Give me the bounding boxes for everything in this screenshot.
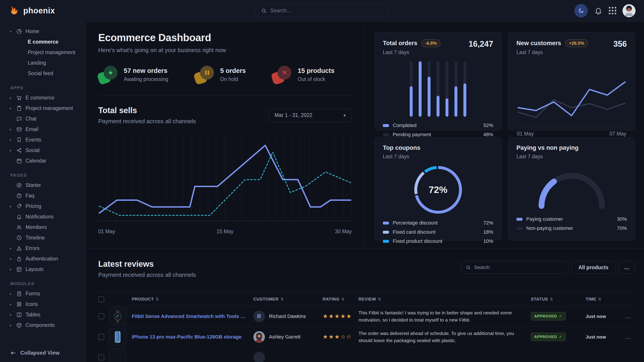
sidebar-item-label: Members xyxy=(26,224,47,230)
brand-logo[interactable]: phoenix xyxy=(8,5,55,16)
sidebar-item-landing[interactable]: Landing xyxy=(0,58,85,68)
sidebar-item-icons[interactable]: ▸Icons xyxy=(0,299,85,310)
review-row: iPhone 13 pro max-Pacific Blue-128GB sto… xyxy=(98,327,635,347)
col-product[interactable]: PRODUCT⇅ xyxy=(109,297,253,302)
col-review[interactable]: REVIEW⇅ xyxy=(358,297,531,302)
new-customers-line-chart xyxy=(516,55,627,127)
sidebar-item-events[interactable]: ▸Events xyxy=(0,135,85,145)
sidebar-item-forms[interactable]: ▸Forms xyxy=(0,289,85,299)
sidebar-item-pricing[interactable]: ▸Pricing xyxy=(0,201,85,212)
clipboard-icon xyxy=(16,105,26,111)
mail-icon xyxy=(16,126,26,132)
global-search-input[interactable] xyxy=(270,7,383,14)
sidebar-item-e-commerce[interactable]: E commerce xyxy=(0,37,85,47)
all-products-button[interactable]: All products xyxy=(572,261,615,274)
sidebar-item-layouts[interactable]: ▸Layouts xyxy=(0,264,85,275)
phoenix-flame-icon xyxy=(8,5,20,16)
col-rating[interactable]: RATING⇅ xyxy=(323,297,358,302)
product-link[interactable]: iPhone 13 pro max-Pacific Blue-128GB sto… xyxy=(132,334,248,340)
reviews-search[interactable] xyxy=(461,261,568,274)
select-all-checkbox[interactable] xyxy=(98,296,104,302)
caret-icon: ▸ xyxy=(10,313,16,317)
check-icon: ✓ xyxy=(559,335,562,339)
sidebar-item-label: Faq xyxy=(26,193,34,199)
search-icon xyxy=(261,8,267,14)
global-search[interactable] xyxy=(255,4,389,17)
sidebar-item-calendar[interactable]: Calendar xyxy=(0,156,85,166)
users-icon xyxy=(16,224,26,230)
product-thumbnail xyxy=(109,349,126,362)
collapsed-view-toggle[interactable]: ⇤ Collapsed View xyxy=(0,343,85,362)
reviews-more-button[interactable]: … xyxy=(618,261,635,274)
caret-icon: ▸ xyxy=(10,302,16,306)
top-coupons-title: Top coupons xyxy=(383,144,420,151)
product-link[interactable]: Fitbit Sense Advanced Smartwatch with To… xyxy=(132,314,253,319)
apps-grid-icon[interactable] xyxy=(609,7,616,14)
help-icon xyxy=(16,193,26,199)
new-customers-title: New customers xyxy=(516,40,561,47)
customer-avatar-initial: R xyxy=(253,311,265,322)
divider xyxy=(98,95,352,95)
customer-avatar-photo xyxy=(253,331,265,343)
sidebar-item-label: Timeline xyxy=(26,235,45,241)
sidebar-item-social-feed[interactable]: Social feed xyxy=(0,68,85,79)
sidebar-item-notifications[interactable]: Notifications xyxy=(0,212,85,222)
x-icon: ✕ xyxy=(278,66,291,80)
charts-pane: Ecommerce Dashboard Here's what's going … xyxy=(86,22,364,248)
row-checkbox[interactable] xyxy=(98,355,104,361)
row-checkbox[interactable] xyxy=(98,334,104,340)
row-checkbox[interactable] xyxy=(98,313,104,319)
date-range-select[interactable]: Mar 1 - 31, 2022 ▾ xyxy=(268,109,352,122)
paying-vs-nonpaying-card: Paying vs non paying Last 7 days Paying … xyxy=(508,137,635,240)
product-thumbnail-smartwatch xyxy=(109,308,126,325)
lock-icon xyxy=(16,256,26,262)
theme-toggle-button[interactable] xyxy=(574,4,588,17)
sidebar-item-project-management[interactable]: ▸Project management xyxy=(0,103,85,114)
total-sells-x-axis: 01 May 15 May 30 May xyxy=(98,229,352,235)
sidebar-item-label: Pricing xyxy=(26,203,41,209)
pie-icon xyxy=(16,28,26,34)
tag-icon xyxy=(16,203,26,209)
sort-icon: ⇅ xyxy=(341,297,344,302)
sidebar-item-faq[interactable]: Faq xyxy=(0,191,85,201)
new-customers-badge: +26.5% xyxy=(565,39,588,47)
row-more-button[interactable]: … xyxy=(622,333,635,340)
sidebar-item-social[interactable]: ▸Social xyxy=(0,145,85,156)
sidebar-item-errors[interactable]: ▸Errors xyxy=(0,243,85,254)
col-status[interactable]: STATUS⇅ xyxy=(531,297,586,302)
reviews-table: PRODUCT⇅ CUSTOMER⇅ RATING⇅ REVIEW⇅ STATU… xyxy=(98,292,635,362)
col-customer[interactable]: CUSTOMER⇅ xyxy=(253,297,323,302)
bookmark-icon xyxy=(16,137,26,143)
sidebar-item-e-commerce[interactable]: ▸E commerce xyxy=(0,93,85,103)
x-tick-end: 30 May xyxy=(335,229,352,235)
stat-label: On hold xyxy=(220,76,246,82)
clock-icon xyxy=(16,235,26,241)
latest-reviews-section: Latest reviews Payment received across a… xyxy=(86,249,644,362)
user-avatar[interactable] xyxy=(622,4,636,17)
total-sells-line-chart xyxy=(98,135,352,224)
sidebar-item-components[interactable]: ▸Components xyxy=(0,320,85,331)
reviews-search-input[interactable] xyxy=(474,265,564,270)
sidebar-item-label: E commerce xyxy=(28,39,58,45)
sidebar-item-email[interactable]: ▸Email xyxy=(0,124,85,135)
sidebar-item-project-management[interactable]: Project management xyxy=(0,47,85,58)
chevron-down-icon: ▾ xyxy=(344,113,346,118)
sidebar-item-home[interactable]: ▾Home xyxy=(0,26,85,37)
notifications-bell-icon[interactable] xyxy=(594,6,602,15)
stat-awating-processing: ★57 new ordersAwating processing xyxy=(98,66,168,84)
sidebar-item-authentication[interactable]: ▸Authentication xyxy=(0,254,85,264)
sidebar-item-label: Social xyxy=(26,147,40,153)
row-more-button[interactable]: … xyxy=(622,313,635,320)
sidebar-item-label: Errors xyxy=(26,245,40,251)
sidebar-item-chat[interactable]: Chat xyxy=(0,114,85,124)
sidebar-item-timeline[interactable]: Timeline xyxy=(0,233,85,243)
sidebar-item-tables[interactable]: ▸Tables xyxy=(0,310,85,320)
sidebar-item-members[interactable]: Members xyxy=(0,222,85,233)
order-bar xyxy=(464,61,466,117)
col-time[interactable]: TIME⇅ xyxy=(586,297,622,302)
caret-icon: ▸ xyxy=(10,292,16,296)
review-row-partial xyxy=(98,347,635,362)
customer-avatar xyxy=(253,352,265,362)
sidebar-item-starter[interactable]: Starter xyxy=(0,180,85,191)
stat-label: Awating processing xyxy=(124,76,168,82)
